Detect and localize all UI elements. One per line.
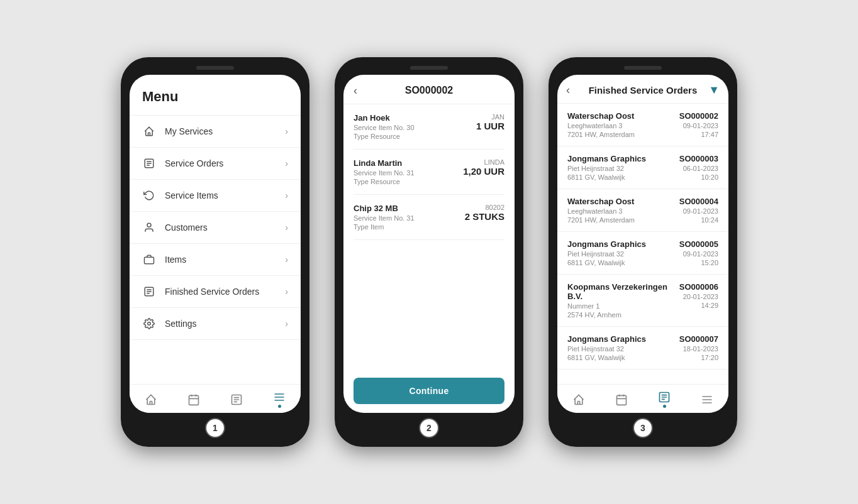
fso-item-time: 17:47 <box>679 131 718 138</box>
fso-item-so-number: SO000005 <box>679 239 718 249</box>
chevron-right-icon: › <box>285 222 288 233</box>
so-item: Linda Martin Service Item No. 31 Type Re… <box>354 150 504 195</box>
fso-header: ‹ Finished Service Orders ▼ <box>557 75 728 104</box>
settings-icon <box>142 317 156 331</box>
chevron-right-icon: › <box>285 287 288 297</box>
phone-3: ‹ Finished Service Orders ▼ Waterschap O… <box>549 57 737 447</box>
phone-label-2: 2 <box>419 418 439 438</box>
menu-item-label: Settings <box>165 319 276 329</box>
fso-back-button[interactable]: ‹ <box>566 84 570 97</box>
so-item-sub1: Service Item No. 31 <box>354 214 415 222</box>
orders-icon[interactable] <box>658 391 671 408</box>
so-item-right: LINDA 1,20 UUR <box>463 158 504 177</box>
fso-list-item[interactable]: Waterschap Oost Leeghwaterlaan 3 7201 HW… <box>557 104 728 146</box>
so-item-qty: 2 STUKS <box>465 211 504 222</box>
fso-item-date: 06-01-2023 <box>679 165 718 172</box>
fso-item-time: 10:24 <box>679 216 718 224</box>
so-item-code: 80202 <box>465 204 504 211</box>
fso-item-city: 6811 GV, Waalwijk <box>567 259 646 266</box>
fso-item-left: Koopmans Verzekeringen B.V. Nummer 1 257… <box>567 282 674 319</box>
orders-icon[interactable] <box>230 393 243 406</box>
filter-icon[interactable]: ▼ <box>708 84 720 97</box>
fso-item-right: SO000002 09-01-2023 17:47 <box>679 111 718 138</box>
home-icon[interactable] <box>145 393 157 406</box>
menu-item-customers[interactable]: Customers › <box>130 212 301 244</box>
fso-list: Waterschap Oost Leeghwaterlaan 3 7201 HW… <box>557 104 728 384</box>
phone-2: ‹ SO000002 Jan Hoek Service Item No. 30 … <box>335 57 523 447</box>
menu-item-label: Service Orders <box>165 158 276 168</box>
svg-point-4 <box>147 223 151 227</box>
fso-list-item[interactable]: Koopmans Verzekeringen B.V. Nummer 1 257… <box>557 275 728 327</box>
fso-item-right: SO000006 20-01-2023 14:29 <box>679 282 718 309</box>
so-item-info: Chip 32 MB Service Item No. 31 Type Item <box>354 204 415 231</box>
fso-item-right: SO000003 06-01-2023 10:20 <box>679 154 718 181</box>
menu-item-label: Finished Service Orders <box>165 287 276 297</box>
fso-item-address: Nummer 1 <box>567 302 674 310</box>
fso-item-date: 09-01-2023 <box>679 250 718 258</box>
menu-title: Menu <box>130 75 301 115</box>
phone-screen-2: ‹ SO000002 Jan Hoek Service Item No. 30 … <box>343 75 515 413</box>
fso-item-city: 6811 GV, Waalwijk <box>567 354 646 361</box>
menu-item-label: Customers <box>165 222 276 233</box>
so-title: SO000002 <box>405 85 454 96</box>
so-item-name: Linda Martin <box>354 158 415 168</box>
fso-item-so-number: SO000004 <box>679 197 718 206</box>
fso-item-left: Jongmans Graphics Piet Heijnstraat 32 68… <box>567 154 646 181</box>
menu-item-label: Items <box>165 255 276 265</box>
fso-item-address: Leeghwaterlaan 3 <box>567 207 635 215</box>
so-item: Chip 32 MB Service Item No. 31 Type Item… <box>354 195 504 240</box>
svg-rect-5 <box>145 257 154 264</box>
chevron-right-icon: › <box>285 158 288 168</box>
fso-item-time: 10:20 <box>679 173 718 181</box>
menu-item-my-services[interactable]: My Services › <box>130 116 301 148</box>
so-item-sub1: Service Item No. 30 <box>354 124 415 131</box>
fso-item-company: Waterschap Oost <box>567 111 635 121</box>
menu-item-label: Service Items <box>165 190 276 200</box>
bottom-nav-1 <box>130 384 301 413</box>
fso-list-item[interactable]: Jongmans Graphics Piet Heijnstraat 32 68… <box>557 146 728 189</box>
fso-item-left: Waterschap Oost Leeghwaterlaan 3 7201 HW… <box>567 197 635 224</box>
menu-item-items[interactable]: Items › <box>130 244 301 276</box>
fso-item-time: 17:20 <box>679 354 718 361</box>
fso-item-left: Waterschap Oost Leeghwaterlaan 3 7201 HW… <box>567 111 635 138</box>
fso-item-time: 14:29 <box>679 302 718 309</box>
calendar-icon[interactable] <box>615 393 628 406</box>
menu-item-settings[interactable]: Settings › <box>130 308 301 340</box>
svg-rect-11 <box>189 395 199 405</box>
so-item-qty: 1,20 UUR <box>463 166 504 177</box>
fso-item-company: Koopmans Verzekeringen B.V. <box>567 282 674 301</box>
so-footer: Continue <box>343 369 515 413</box>
fso-list-item[interactable]: Waterschap Oost Leeghwaterlaan 3 7201 HW… <box>557 189 728 232</box>
menu-item-service-orders[interactable]: Service Orders › <box>130 148 301 180</box>
phone-notch-1 <box>196 66 234 70</box>
fso-item-address: Piet Heijnstraat 32 <box>567 165 646 172</box>
menu-icon[interactable] <box>701 393 713 406</box>
phone-notch-2 <box>410 66 448 70</box>
fso-title: Finished Service Orders <box>589 85 698 96</box>
fso-item-address: Leeghwaterlaan 3 <box>567 122 635 129</box>
so-item-name: Chip 32 MB <box>354 204 415 213</box>
fso-item-so-number: SO000002 <box>679 111 718 121</box>
so-header: ‹ SO000002 <box>343 75 515 104</box>
calendar-icon[interactable] <box>187 393 200 406</box>
so-item-right: 80202 2 STUKS <box>465 204 504 222</box>
fso-list-item[interactable]: Jongmans Graphics Piet Heijnstraat 32 68… <box>557 232 728 275</box>
so-back-button[interactable]: ‹ <box>354 84 357 97</box>
fso-item-left: Jongmans Graphics Piet Heijnstraat 32 68… <box>567 334 646 361</box>
menu-item-finished-service-orders[interactable]: Finished Service Orders › <box>130 276 301 308</box>
fso-item-city: 7201 HW, Amsterdam <box>567 216 635 224</box>
fso-item-date: 18-01-2023 <box>679 345 718 353</box>
menu-item-service-items[interactable]: Service Items › <box>130 180 301 212</box>
so-items-list: Jan Hoek Service Item No. 30 Type Resour… <box>343 104 515 369</box>
items-icon <box>142 253 156 266</box>
menu-icon[interactable] <box>273 391 286 408</box>
continue-button[interactable]: Continue <box>354 378 504 404</box>
service-orders-icon <box>142 156 156 170</box>
chevron-right-icon: › <box>285 255 288 265</box>
home-icon[interactable] <box>572 393 585 406</box>
so-item-qty: 1 UUR <box>476 121 504 131</box>
fso-item-left: Jongmans Graphics Piet Heijnstraat 32 68… <box>567 239 646 266</box>
fso-item-address: Piet Heijnstraat 32 <box>567 250 646 258</box>
fso-item-company: Jongmans Graphics <box>567 239 646 249</box>
fso-list-item[interactable]: Jongmans Graphics Piet Heijnstraat 32 68… <box>557 327 728 370</box>
